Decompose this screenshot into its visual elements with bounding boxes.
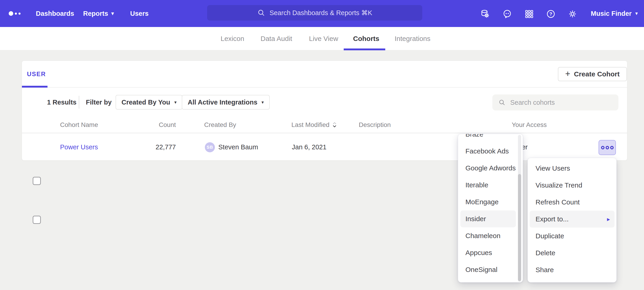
menu-item-label: Refresh Count [536, 198, 580, 206]
cohorts-card: USER + Create Cohort 1 Results Filter by… [22, 61, 627, 161]
cohort-name-link[interactable]: Power Users [60, 133, 98, 161]
avatar: SB [205, 142, 215, 152]
menu-item-label: Share [536, 266, 554, 274]
menu-item-view-users[interactable]: View Users [530, 160, 614, 177]
submenu-item-label: Insider [466, 215, 486, 223]
menu-item-duplicate[interactable]: Duplicate [530, 228, 614, 244]
chevron-down-icon: ▾ [262, 100, 264, 104]
nav-item-reports[interactable]: Reports ▾ [83, 0, 114, 27]
create-cohort-button[interactable]: + Create Cohort [558, 67, 627, 81]
sort-icon [332, 122, 337, 128]
table-header: Cohort Name Count Created By Last Modifi… [22, 117, 627, 133]
submenu-item-label: MoEngage [466, 198, 498, 206]
feedback-icon[interactable] [502, 9, 512, 19]
submenu-item-appcues[interactable]: Appcues [460, 244, 516, 261]
submenu-item-label: Iterable [466, 181, 488, 189]
column-header-count: Count [136, 117, 176, 133]
dropdown-value: Created By You [122, 99, 170, 106]
tab-label: Lexicon [220, 35, 244, 43]
tab-user-cohorts[interactable]: USER [27, 61, 46, 88]
select-all-checkbox[interactable] [33, 177, 41, 185]
dropdown-value: All Active Integrations [188, 99, 257, 106]
submenu-item-insider[interactable]: Insider [460, 210, 516, 227]
nav-item-label: Reports [83, 10, 108, 17]
chevron-down-icon: ▾ [635, 11, 638, 16]
menu-item-export-to[interactable]: Export to... ▸ [530, 211, 614, 228]
nav-item-label: Users [130, 10, 149, 17]
submenu-item-label: Facebook Ads [466, 147, 509, 155]
created-by-filter-dropdown[interactable]: Created By You ▾ [116, 95, 182, 109]
submenu-item-label: Appcues [466, 249, 492, 257]
tab-lexicon[interactable]: Lexicon [220, 27, 244, 50]
active-tab-underline [344, 49, 385, 50]
menu-item-visualize-trend[interactable]: Visualize Trend [530, 177, 614, 194]
row-checkbox[interactable] [33, 216, 41, 224]
submenu-item-iterable[interactable]: Iterable [460, 177, 516, 194]
tab-data-audit[interactable]: Data Audit [260, 27, 292, 50]
app-logo[interactable] [9, 0, 20, 27]
menu-item-refresh-count[interactable]: Refresh Count [530, 194, 614, 211]
export-destinations-submenu: Braze Facebook Ads Google Adwords Iterab… [458, 134, 523, 282]
column-header-last-modified[interactable]: Last Modified [292, 117, 337, 133]
apps-grid-icon[interactable] [524, 9, 534, 19]
filter-by-label: Filter by [86, 88, 112, 117]
help-icon[interactable]: ? [546, 9, 556, 19]
settings-icon[interactable] [568, 9, 578, 19]
menu-item-label: Visualize Trend [536, 181, 582, 189]
submenu-item-label: Braze [466, 134, 483, 138]
submenu-item-onesignal[interactable]: OneSignal [460, 261, 516, 278]
submenu-arrow-icon: ▸ [607, 216, 610, 223]
nav-item-dashboards[interactable]: Dashboards [36, 0, 74, 27]
menu-item-label: Export to... [536, 215, 569, 223]
tab-live-view[interactable]: Live View [309, 27, 338, 50]
cohort-search-box [492, 94, 618, 110]
tab-label: USER [27, 71, 46, 78]
column-header-created-by: Created By [204, 117, 236, 133]
secondary-nav: Lexicon Data Audit Live View Cohorts Int… [0, 27, 644, 50]
tab-label: Cohorts [353, 35, 379, 43]
submenu-item-chameleon[interactable]: Chameleon [460, 227, 516, 244]
submenu-item-moengage[interactable]: MoEngage [460, 194, 516, 210]
submenu-item-braze[interactable]: Braze [460, 134, 516, 143]
integrations-filter-dropdown[interactable]: All Active Integrations ▾ [182, 95, 270, 109]
tab-cohorts[interactable]: Cohorts [353, 27, 379, 50]
submenu-item-google-adwords[interactable]: Google Adwords [460, 160, 516, 177]
column-header-cohort-name: Cohort Name [60, 117, 98, 133]
logo-dot-icon [9, 11, 13, 16]
submenu-item-label: Chameleon [466, 232, 500, 240]
ellipsis-dot-icon [610, 146, 614, 149]
filter-bar: 1 Results Filter by Created By You ▾ All… [22, 88, 627, 117]
cohort-search-input[interactable] [510, 99, 612, 106]
column-header-your-access: Your Access [512, 117, 547, 133]
table-header-divider [22, 133, 627, 133]
global-search-bar[interactable]: Search Dashboards & Reports ⌘K [207, 5, 422, 21]
global-search-placeholder: Search Dashboards & Reports ⌘K [270, 9, 372, 17]
created-by-name: Steven Baum [218, 143, 258, 151]
submenu-item-label: OneSignal [466, 266, 498, 273]
nav-item-users[interactable]: Users [130, 0, 149, 27]
menu-item-share[interactable]: Share [530, 261, 614, 278]
last-modified-cell: Jan 6, 2021 [292, 133, 326, 161]
row-actions-menu: View Users Visualize Trend Refresh Count… [528, 158, 616, 282]
tab-label: Integrations [394, 35, 430, 43]
logo-dot-icon [18, 13, 20, 15]
submenu-item-label: Google Adwords [466, 164, 516, 172]
user-tab-underline [22, 86, 48, 88]
table-row: Power Users 22,777 SB Steven Baum Jan 6,… [22, 133, 627, 161]
chevron-down-icon: ▾ [112, 11, 114, 16]
submenu-item-facebook-ads[interactable]: Facebook Ads [460, 143, 516, 160]
column-header-label: Last Modified [292, 121, 330, 128]
data-management-icon[interactable] [480, 9, 490, 19]
cohort-count: 22,777 [136, 133, 176, 161]
column-header-description: Description [359, 117, 391, 133]
chevron-down-icon: ▾ [174, 100, 176, 104]
menu-item-delete[interactable]: Delete [530, 244, 614, 261]
svg-text:?: ? [550, 11, 552, 17]
row-actions-button[interactable] [598, 140, 616, 155]
top-navbar: Dashboards Reports ▾ Users Search Dashbo… [0, 0, 644, 27]
project-name: Music Finder [591, 10, 632, 17]
project-switcher[interactable]: Music Finder ▾ [591, 0, 638, 27]
divider [79, 96, 79, 109]
tab-integrations[interactable]: Integrations [394, 27, 430, 50]
scrollbar-thumb[interactable] [518, 174, 521, 281]
